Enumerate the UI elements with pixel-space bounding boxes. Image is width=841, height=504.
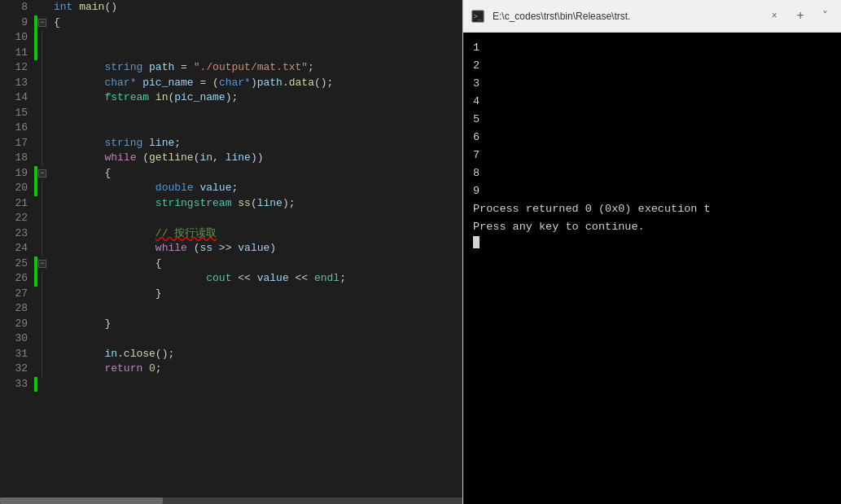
token-plain: . — [283, 76, 289, 91]
token-plain: ( — [251, 196, 257, 212]
indent-space — [54, 226, 155, 242]
gutter-cell — [34, 76, 50, 91]
collapse-icon[interactable]: − — [38, 260, 46, 268]
tab-chevron-button[interactable]: ˅ — [815, 7, 834, 26]
token-var: value — [257, 271, 289, 287]
line-number: 19 — [15, 166, 28, 182]
token-comment-cn: // 按行读取 — [155, 226, 217, 242]
token-var: pic_name — [142, 76, 193, 91]
tab-close-button[interactable]: × — [766, 8, 782, 24]
gutter-cell — [34, 226, 50, 242]
code-line: string path = "./output/mat.txt"; — [54, 60, 462, 76]
vline — [42, 317, 42, 332]
token-kw-ctrl: while — [155, 241, 187, 256]
code-line: { — [54, 15, 462, 31]
token-plain: << — [289, 271, 314, 287]
editor-panel: 8910111213141516171819202122232425262728… — [0, 0, 462, 504]
token-plain — [72, 0, 79, 15]
token-var: path — [257, 76, 283, 91]
token-func: ss — [238, 196, 251, 212]
gutter-cell — [34, 211, 50, 226]
gutter: −−− — [34, 0, 50, 497]
gutter-cell — [34, 46, 50, 61]
token-plain — [231, 196, 238, 212]
token-kw-stream: endl — [314, 271, 339, 287]
token-kw-ctrl: return — [104, 362, 142, 377]
token-plain: ; — [231, 181, 238, 196]
line-number: 11 — [15, 46, 28, 61]
token-var: line — [257, 196, 283, 212]
token-func: in — [155, 90, 169, 106]
token-plain: ( — [187, 241, 200, 256]
token-plain: ; — [155, 362, 162, 377]
gutter-cell: − — [34, 15, 50, 31]
vline — [42, 181, 42, 196]
line-number: 18 — [15, 151, 28, 166]
code-line: { — [54, 256, 462, 272]
gutter-cell — [34, 317, 50, 332]
code-content[interactable]: int main(){ string path = "./output/mat.… — [50, 0, 462, 497]
editor-scrollbar[interactable] — [0, 497, 462, 504]
green-bar — [34, 377, 37, 392]
code-line — [54, 377, 462, 392]
term-number-line: 7 — [473, 147, 831, 164]
token-kw-type: char* — [104, 76, 136, 91]
tab-add-button[interactable]: + — [789, 5, 812, 28]
token-plain: ; — [308, 60, 314, 76]
code-line — [54, 301, 462, 317]
code-line: char* pic_name = (char*)path.data(); — [54, 76, 462, 91]
collapse-icon[interactable]: − — [38, 169, 46, 177]
line-number: 27 — [15, 287, 28, 302]
token-kw-stream: fstream — [104, 90, 149, 106]
vline — [42, 90, 42, 106]
indent-space — [54, 241, 155, 256]
line-number: 20 — [15, 181, 28, 196]
token-plain: ; — [174, 136, 181, 151]
terminal-output: 123456789Process returned 0 (0x0) execut… — [473, 39, 831, 248]
token-plain: . — [117, 347, 124, 362]
vline — [42, 347, 42, 362]
terminal-cursor — [473, 236, 480, 248]
cursor-line — [473, 236, 831, 248]
code-line: fstream in(pic_name); — [54, 90, 462, 106]
editor-scrollbar-thumb[interactable] — [0, 497, 163, 504]
terminal-body[interactable]: 123456789Process returned 0 (0x0) execut… — [463, 33, 841, 504]
gutter-cell — [34, 347, 50, 362]
token-kw-type: double — [155, 181, 194, 196]
token-var: line — [226, 151, 251, 166]
gutter-cell — [34, 136, 50, 151]
vline — [42, 301, 42, 317]
token-plain — [142, 136, 149, 151]
code-line: in.close(); — [54, 347, 462, 362]
line-number: 22 — [15, 211, 28, 226]
code-line: int main() — [54, 0, 462, 15]
indent-space — [54, 287, 155, 302]
green-bar — [34, 181, 37, 196]
token-plain: )) — [251, 151, 264, 166]
term-number-line: 2 — [473, 57, 831, 75]
indent-space — [54, 347, 104, 362]
token-func: main — [79, 0, 104, 15]
token-plain: >> — [212, 241, 238, 256]
code-line: // 按行读取 — [54, 226, 462, 242]
token-kw-type: string — [104, 60, 142, 76]
line-number: 21 — [15, 196, 28, 212]
gutter-cell — [34, 301, 50, 317]
line-number: 9 — [21, 15, 28, 31]
token-str-val: "./output/mat.txt" — [194, 60, 308, 76]
token-plain: ) — [251, 76, 257, 91]
token-plain: { — [54, 15, 60, 31]
token-plain: (); — [314, 76, 333, 91]
line-number: 16 — [15, 121, 28, 136]
vline — [42, 60, 42, 76]
code-line: { — [54, 166, 462, 182]
indent-space — [54, 271, 206, 287]
token-var: in — [199, 151, 212, 166]
collapse-icon[interactable]: − — [38, 19, 46, 27]
token-plain — [149, 90, 155, 106]
code-line — [54, 46, 462, 61]
indent-space — [54, 60, 104, 76]
gutter-cell — [34, 377, 50, 392]
gutter-cell — [34, 181, 50, 196]
indent-space — [54, 151, 104, 166]
